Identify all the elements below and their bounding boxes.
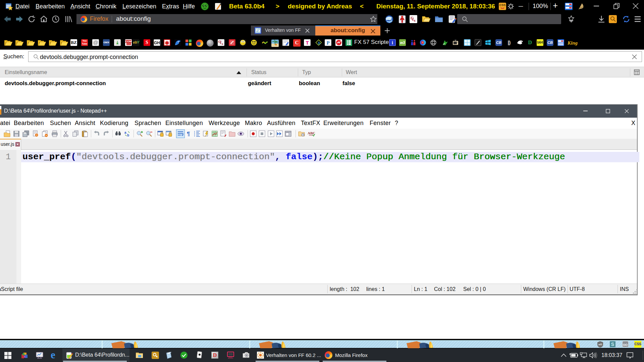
svg-text:s: s — [222, 42, 223, 46]
svg-text:a: a — [124, 131, 126, 134]
svg-text:b: b — [127, 133, 129, 137]
svg-text:uO: uO — [598, 343, 602, 346]
svg-text:¶: ¶ — [187, 131, 190, 137]
svg-text:ABC: ABC — [308, 131, 315, 135]
svg-text:CSS: CSS — [499, 3, 506, 7]
svg-text:s: s — [414, 18, 416, 23]
